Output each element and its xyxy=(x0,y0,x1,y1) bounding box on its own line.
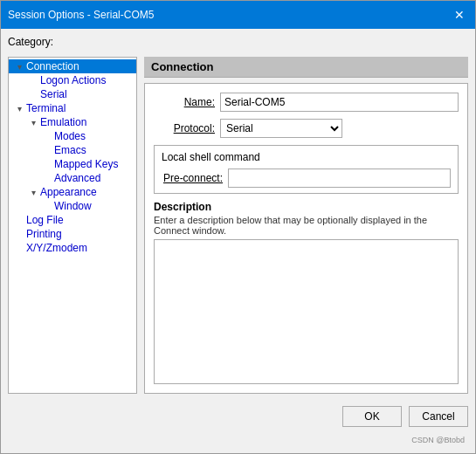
sidebar-tree: ▾ Connection Logon Actions Serial ▾ Term… xyxy=(8,57,137,394)
expand-icon-connection: ▾ xyxy=(12,62,26,72)
category-label: Category: xyxy=(8,36,468,48)
sidebar-item-label: Logon Actions xyxy=(40,74,106,86)
local-shell-legend: Local shell command xyxy=(162,151,451,163)
sidebar-item-label: Printing xyxy=(26,228,62,240)
window-body: Category: ▾ Connection Logon Actions Ser… xyxy=(1,29,475,453)
sidebar-item-advanced[interactable]: Advanced xyxy=(37,171,136,185)
footer: OK Cancel xyxy=(8,401,468,429)
sidebar-item-label: X/Y/Zmodem xyxy=(26,242,87,254)
expand-icon-appearance: ▾ xyxy=(26,188,40,197)
right-panel: Connection Name: Protocol: Serial SSH Te… xyxy=(144,57,468,394)
panel-header: Connection xyxy=(144,57,468,78)
expand-icon-terminal: ▾ xyxy=(12,104,26,114)
sidebar-item-label: Terminal xyxy=(26,102,66,114)
main-window: Session Options - Serial-COM5 ✕ Category… xyxy=(0,0,476,454)
name-row: Name: xyxy=(154,93,459,112)
sidebar-item-label: Advanced xyxy=(54,172,100,184)
protocol-row: Protocol: Serial SSH Telnet Raw xyxy=(154,119,459,138)
sidebar-item-label: Emacs xyxy=(54,144,86,156)
sidebar-item-label: Emulation xyxy=(40,116,86,128)
sidebar-item-serial[interactable]: Serial xyxy=(23,87,136,101)
local-shell-section: Local shell command Pre-connect: xyxy=(154,145,459,194)
panel-body: Name: Protocol: Serial SSH Telnet Raw xyxy=(144,83,468,394)
description-hint: Enter a description below that may be op… xyxy=(154,215,459,236)
sidebar-item-log-file[interactable]: Log File xyxy=(9,213,136,227)
sidebar-item-xyzmodem[interactable]: X/Y/Zmodem xyxy=(9,241,136,255)
description-textarea[interactable] xyxy=(154,239,459,384)
close-icon[interactable]: ✕ xyxy=(451,6,468,24)
sidebar-item-label: Modes xyxy=(54,130,86,142)
sidebar-item-logon-actions[interactable]: Logon Actions xyxy=(23,73,136,87)
description-section: Description Enter a description below th… xyxy=(154,201,459,384)
name-input[interactable] xyxy=(220,93,459,112)
sidebar-item-label: Log File xyxy=(26,214,64,226)
sidebar-item-emacs[interactable]: Emacs xyxy=(37,143,136,157)
preconnect-row: Pre-connect: xyxy=(162,169,451,188)
sidebar-item-label: Serial xyxy=(40,88,67,100)
protocol-label: Protocol: xyxy=(154,122,215,134)
sidebar-item-terminal[interactable]: ▾ Terminal xyxy=(9,101,136,115)
window-title: Session Options - Serial-COM5 xyxy=(8,9,154,21)
sidebar-item-modes[interactable]: Modes xyxy=(37,129,136,143)
ok-button[interactable]: OK xyxy=(342,406,402,427)
sidebar-item-label: Connection xyxy=(26,60,79,72)
cancel-button[interactable]: Cancel xyxy=(409,406,468,427)
title-bar: Session Options - Serial-COM5 ✕ xyxy=(1,1,475,29)
sidebar-item-connection[interactable]: ▾ Connection xyxy=(9,59,136,73)
preconnect-label: Pre-connect: xyxy=(162,172,223,184)
sidebar-item-label: Appearance xyxy=(40,186,97,198)
sidebar-item-label: Window xyxy=(54,200,92,212)
preconnect-input[interactable] xyxy=(228,169,451,188)
sidebar-item-window[interactable]: Window xyxy=(37,199,136,213)
watermark: CSDN @Btobd xyxy=(8,436,468,446)
name-label: Name: xyxy=(154,96,215,108)
sidebar-item-appearance[interactable]: ▾ Appearance xyxy=(23,185,136,199)
protocol-select[interactable]: Serial SSH Telnet Raw xyxy=(220,119,342,138)
expand-icon-emulation: ▾ xyxy=(26,118,40,127)
sidebar-item-printing[interactable]: Printing xyxy=(9,227,136,241)
sidebar-item-label: Mapped Keys xyxy=(54,158,118,170)
description-label: Description xyxy=(154,201,459,213)
sidebar-item-emulation[interactable]: ▾ Emulation xyxy=(23,115,136,129)
sidebar-item-mapped-keys[interactable]: Mapped Keys xyxy=(37,157,136,171)
main-content: ▾ Connection Logon Actions Serial ▾ Term… xyxy=(8,57,468,394)
